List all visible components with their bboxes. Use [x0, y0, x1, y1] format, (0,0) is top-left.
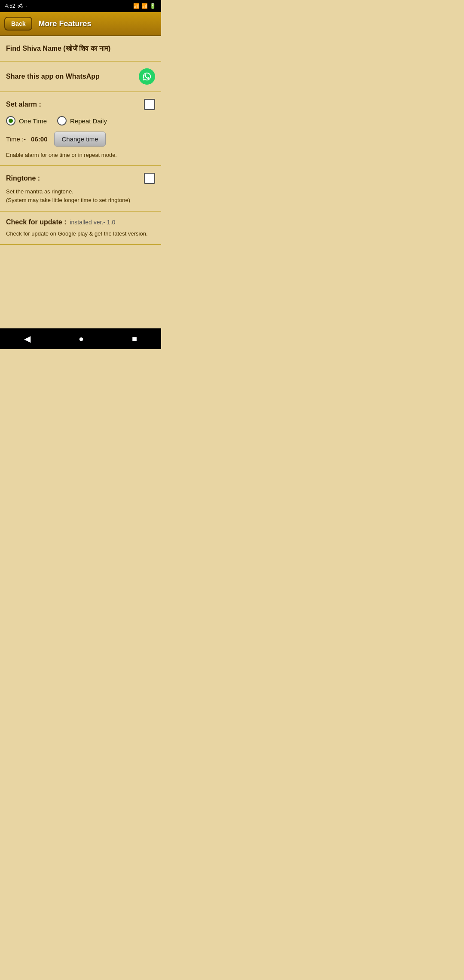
nav-recent-icon[interactable]: ■ — [132, 334, 137, 344]
bottom-navigation: ◀ ● ■ — [0, 328, 161, 349]
change-time-button[interactable]: Change time — [54, 132, 105, 147]
status-time: 4:52 — [5, 3, 15, 9]
nav-home-icon[interactable]: ● — [79, 334, 84, 344]
status-dot: · — [25, 3, 27, 9]
ringtone-description: Set the mantra as ringtone. (System may … — [6, 188, 130, 203]
time-label: Time :- — [6, 135, 26, 143]
alarm-repeat-daily-option[interactable]: Repeat Daily — [57, 116, 107, 126]
toolbar-title: More Features — [38, 19, 91, 28]
share-whatsapp-title: Share this app on WhatsApp — [6, 73, 100, 80]
repeat-daily-radio[interactable] — [57, 116, 67, 126]
status-bar: 4:52 ॐ · 📶 📶 🔋 — [0, 0, 161, 12]
status-om: ॐ — [18, 3, 23, 10]
ringtone-title: Ringtone : — [6, 175, 40, 182]
alarm-checkbox[interactable] — [144, 99, 155, 110]
time-value: 06:00 — [31, 135, 47, 143]
alarm-one-time-option[interactable]: One Time — [6, 116, 47, 126]
update-header: Check for update : installed ver.- 1.0 — [6, 218, 155, 226]
ringtone-section: Ringtone : Set the mantra as ringtone. (… — [0, 166, 161, 211]
nav-back-icon[interactable]: ◀ — [24, 334, 31, 344]
content: Find Shiva Name (खोजें शिव का नाम) Share… — [0, 36, 161, 328]
wifi-icon: 📶 — [133, 3, 140, 9]
alarm-title: Set alarm : — [6, 101, 41, 108]
update-description: Check for update on Google play & get th… — [6, 230, 148, 237]
back-button[interactable]: Back — [4, 17, 32, 31]
signal-icon: 📶 — [141, 3, 148, 9]
one-time-label: One Time — [19, 117, 47, 125]
toolbar: Back More Features — [0, 12, 161, 36]
alarm-header: Set alarm : — [6, 99, 155, 110]
ringtone-header: Ringtone : — [6, 173, 155, 184]
alarm-section: Set alarm : One Time Repeat Daily Time :… — [0, 92, 161, 166]
repeat-daily-label: Repeat Daily — [70, 117, 107, 125]
find-shiva-title: Find Shiva Name (खोजें शिव का नाम) — [6, 45, 110, 52]
ringtone-checkbox[interactable] — [144, 173, 155, 184]
time-row: Time :- 06:00 Change time — [6, 132, 155, 147]
one-time-radio[interactable] — [6, 116, 15, 126]
alarm-description: Enable alarm for one time or in repeat m… — [6, 152, 117, 158]
update-title: Check for update : — [6, 218, 66, 226]
battery-icon: 🔋 — [150, 3, 156, 9]
share-whatsapp-section[interactable]: Share this app on WhatsApp — [0, 61, 161, 92]
whatsapp-icon[interactable] — [139, 68, 155, 85]
alarm-radio-group: One Time Repeat Daily — [6, 116, 155, 126]
update-section[interactable]: Check for update : installed ver.- 1.0 C… — [0, 211, 161, 245]
update-version: installed ver.- 1.0 — [70, 219, 115, 226]
find-shiva-section[interactable]: Find Shiva Name (खोजें शिव का नाम) — [0, 36, 161, 61]
status-right: 📶 📶 🔋 — [133, 3, 156, 9]
bottom-space — [0, 245, 161, 279]
status-left: 4:52 ॐ · — [5, 3, 27, 10]
